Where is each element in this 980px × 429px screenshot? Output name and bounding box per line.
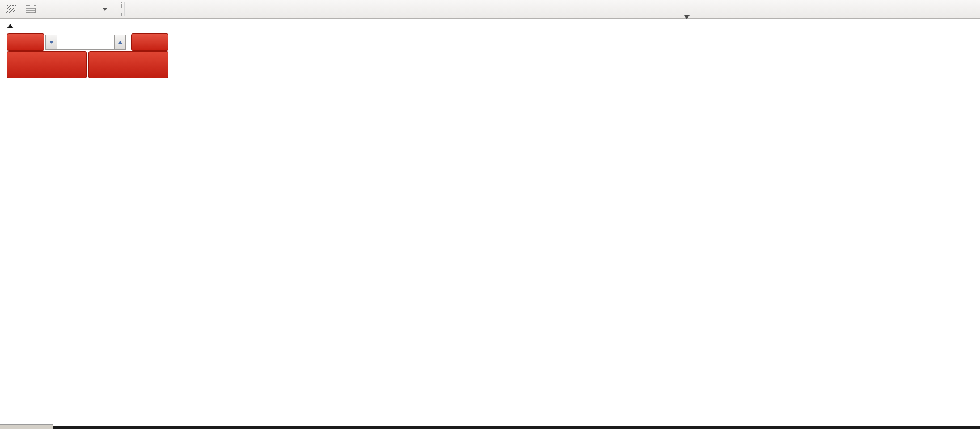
terminal-window [0,0,980,429]
bottom-window-strip [0,426,980,429]
collapse-triangle-icon[interactable] [7,24,14,28]
buy-button[interactable] [131,33,168,51]
hatch-glyph [6,5,16,13]
toolbar [0,0,980,19]
expert-cursor-icon[interactable] [3,2,19,16]
toolbar-separator [121,2,125,16]
volume-input[interactable] [57,35,114,50]
chevron-down-icon [103,8,107,11]
ask-quote-box[interactable] [88,51,168,78]
grid-snap-icon[interactable] [23,2,39,16]
boxed-letter-glyph [74,5,83,14]
volume-stepper [45,35,126,50]
triangle-up-icon [118,41,122,44]
triangle-down-icon [49,41,54,44]
arrange-arrows-icon[interactable] [93,2,115,16]
dots-glyph [26,5,36,13]
text-annotation-icon[interactable] [47,2,62,16]
volume-decrease-button[interactable] [45,35,57,50]
chart-shift-marker-icon[interactable] [684,15,690,19]
symbol-info-line [16,22,20,30]
volume-increase-button[interactable] [114,35,126,50]
bid-quote-box[interactable] [7,51,87,78]
statusbar-left-nub [0,424,53,429]
textbox-icon[interactable] [70,2,86,16]
sell-button[interactable] [7,33,44,51]
